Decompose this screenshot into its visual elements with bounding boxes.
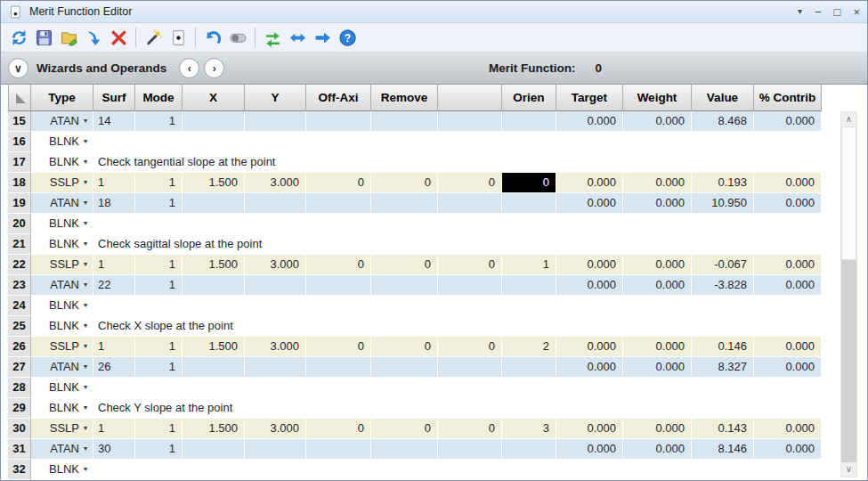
close-button[interactable]: × <box>853 6 860 18</box>
cell-off-axi[interactable] <box>306 111 371 132</box>
maximize-button[interactable]: □ <box>834 6 841 18</box>
cell-target[interactable]: 0.000 <box>556 173 623 193</box>
scroll-up-icon[interactable]: ∧ <box>841 112 856 126</box>
cell-weight[interactable]: 0.000 <box>623 111 692 132</box>
cell-unnamed[interactable] <box>438 439 502 460</box>
cell-surf[interactable]: 18 <box>93 193 135 214</box>
cell-mode[interactable]: 1 <box>135 275 183 296</box>
cell-mode[interactable]: 1 <box>135 193 183 214</box>
scroll-down-icon[interactable]: ∨ <box>841 462 856 477</box>
cell-off-axi[interactable]: 0 <box>306 419 371 439</box>
next-button[interactable]: › <box>204 58 224 78</box>
cell-contrib[interactable]: 0.000 <box>754 173 822 193</box>
window-menu-button[interactable]: ▾ <box>798 7 802 16</box>
operand-type-dropdown[interactable]: BLNK▾ <box>31 460 93 480</box>
scrollbar-thumb[interactable] <box>841 126 856 260</box>
cell-x[interactable] <box>183 111 245 132</box>
cell-remove[interactable] <box>371 111 438 132</box>
row-number[interactable]: 28 <box>8 378 31 398</box>
cell-weight[interactable]: 0.000 <box>623 275 692 296</box>
row-number[interactable]: 32 <box>8 460 31 480</box>
cell-value[interactable]: -3.828 <box>692 275 754 296</box>
cell-target[interactable]: 0.000 <box>556 419 623 439</box>
cell-unnamed[interactable]: 0 <box>438 255 502 275</box>
cell-x[interactable]: 1.500 <box>183 419 245 439</box>
cell-orien[interactable]: 1 <box>502 255 556 275</box>
row-number[interactable]: 29 <box>8 398 31 419</box>
operand-type-dropdown[interactable]: BLNK▾ <box>31 214 93 234</box>
operand-type-dropdown[interactable]: ATAN▾ <box>31 439 93 460</box>
row-number[interactable]: 16 <box>8 132 31 152</box>
cell-mode[interactable]: 1 <box>135 419 183 439</box>
cell-orien[interactable] <box>502 111 556 132</box>
cell-y[interactable] <box>245 193 306 214</box>
cell-contrib[interactable]: 0.000 <box>754 419 822 439</box>
cell-y[interactable] <box>245 357 306 378</box>
cell-mode[interactable]: 1 <box>135 111 183 132</box>
cell-value[interactable]: 0.146 <box>692 337 754 357</box>
cell-surf[interactable]: 1 <box>93 173 135 193</box>
cell-mode[interactable]: 1 <box>135 255 183 275</box>
cell-orien[interactable]: 3 <box>502 419 556 439</box>
cell-off-axi[interactable]: 0 <box>306 255 371 275</box>
cell-weight[interactable]: 0.000 <box>623 173 692 193</box>
save-icon[interactable] <box>32 26 55 49</box>
cell-off-axi[interactable] <box>306 439 371 460</box>
cell-off-axi[interactable]: 0 <box>306 173 371 193</box>
undo-icon[interactable] <box>201 26 224 49</box>
cell-unnamed[interactable] <box>438 275 502 296</box>
cell-value[interactable]: 8.468 <box>692 111 754 132</box>
comment-cell[interactable] <box>93 214 822 234</box>
operand-type-dropdown[interactable]: BLNK▾ <box>31 296 93 316</box>
cell-target[interactable]: 0.000 <box>556 275 623 296</box>
cell-off-axi[interactable] <box>306 193 371 214</box>
cell-remove[interactable] <box>371 439 438 460</box>
vertical-scrollbar[interactable]: ∧ ∨ <box>840 111 857 477</box>
toggle-icon[interactable] <box>226 26 249 49</box>
cell-contrib[interactable]: 0.000 <box>754 439 822 460</box>
comment-cell[interactable]: Check Y slope at the point <box>93 398 822 419</box>
cell-weight[interactable]: 0.000 <box>623 255 692 275</box>
cell-value[interactable]: 8.146 <box>692 439 754 460</box>
operand-type-dropdown[interactable]: ATAN▾ <box>31 193 93 214</box>
cell-orien[interactable] <box>502 357 556 378</box>
cell-unnamed[interactable]: 0 <box>438 173 502 193</box>
row-number[interactable]: 27 <box>8 357 31 378</box>
cell-off-axi[interactable] <box>306 275 371 296</box>
comment-cell[interactable]: Check tangential slope at the point <box>93 152 822 173</box>
cell-remove[interactable]: 0 <box>371 337 438 357</box>
comment-cell[interactable] <box>93 460 822 480</box>
cell-x[interactable] <box>183 357 245 378</box>
cell-unnamed[interactable]: 0 <box>438 419 502 439</box>
cell-value[interactable]: -0.067 <box>692 255 754 275</box>
cell-weight[interactable]: 0.000 <box>623 439 692 460</box>
cell-y[interactable]: 3.000 <box>245 419 306 439</box>
cell-remove[interactable] <box>371 275 438 296</box>
collapse-chevron-button[interactable]: ∨ <box>8 58 28 78</box>
cell-orien[interactable] <box>502 439 556 460</box>
cell-target[interactable]: 0.000 <box>556 111 623 132</box>
cell-value[interactable]: 8.327 <box>692 357 754 378</box>
cell-mode[interactable]: 1 <box>135 337 183 357</box>
wizard-icon[interactable] <box>142 26 165 49</box>
operand-type-dropdown[interactable]: BLNK▾ <box>31 152 93 173</box>
comment-cell[interactable] <box>93 132 822 152</box>
cell-remove[interactable] <box>371 357 438 378</box>
cell-y[interactable]: 3.000 <box>245 337 306 357</box>
cell-x[interactable] <box>183 193 245 214</box>
row-number[interactable]: 30 <box>8 419 31 439</box>
cell-target[interactable]: 0.000 <box>556 439 623 460</box>
row-number[interactable]: 23 <box>8 275 31 296</box>
row-number[interactable]: 17 <box>8 152 31 173</box>
cell-value[interactable]: 0.143 <box>692 419 754 439</box>
cell-contrib[interactable]: 0.000 <box>754 111 822 132</box>
cell-off-axi[interactable]: 0 <box>306 337 371 357</box>
cell-y[interactable]: 3.000 <box>245 173 306 193</box>
scrollbar-track[interactable] <box>841 260 856 462</box>
cell-contrib[interactable]: 0.000 <box>754 337 822 357</box>
operand-type-dropdown[interactable]: BLNK▾ <box>31 132 93 152</box>
cell-target[interactable]: 0.000 <box>556 255 623 275</box>
cell-remove[interactable] <box>371 193 438 214</box>
minimize-button[interactable]: − <box>815 6 822 18</box>
cell-unnamed[interactable]: 0 <box>438 337 502 357</box>
